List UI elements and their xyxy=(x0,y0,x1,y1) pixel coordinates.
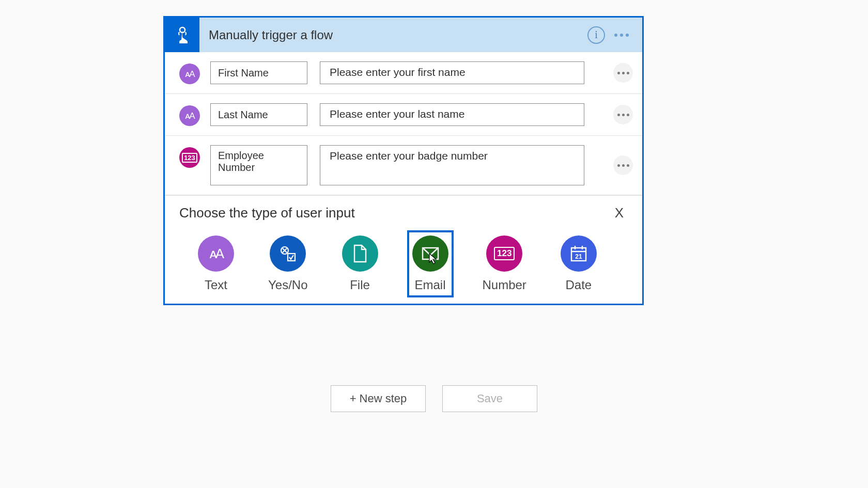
input-description-field[interactable]: Please enter your badge number xyxy=(320,145,584,185)
input-row-menu[interactable] xyxy=(613,63,633,83)
input-type-label: File xyxy=(350,278,370,292)
svg-rect-4 xyxy=(288,254,295,261)
input-type-label: Date xyxy=(566,278,592,292)
input-type-picker-title: Choose the type of user input xyxy=(179,205,355,221)
save-button[interactable]: Save xyxy=(442,385,537,412)
new-step-button[interactable]: + New step xyxy=(331,385,426,412)
input-row-first-name: ᴀA First Name Please enter your first na… xyxy=(165,52,642,94)
input-type-label: Email xyxy=(414,278,445,292)
input-row-last-name: ᴀA Last Name Please enter your last name xyxy=(165,94,642,136)
number-type-icon: 123 xyxy=(179,147,200,168)
input-type-label: Text xyxy=(205,278,227,292)
info-icon[interactable]: i xyxy=(587,26,605,44)
trigger-menu-button[interactable] xyxy=(614,34,629,37)
file-icon xyxy=(342,235,378,272)
number-icon: 123 xyxy=(486,235,522,272)
input-type-file[interactable]: File xyxy=(339,232,381,295)
input-type-label: Yes/No xyxy=(268,278,308,292)
input-type-options: ᴀA Text Yes/No xyxy=(179,232,628,295)
input-type-number[interactable]: 123 Number xyxy=(479,232,530,295)
input-type-label: Number xyxy=(483,278,526,292)
svg-text:21: 21 xyxy=(575,253,582,260)
input-row-menu[interactable] xyxy=(613,105,633,124)
date-icon: 21 xyxy=(561,235,597,272)
input-description-field[interactable]: Please enter your last name xyxy=(320,103,584,126)
input-row-menu[interactable] xyxy=(613,155,633,175)
input-type-yesno[interactable]: Yes/No xyxy=(265,232,311,295)
text-type-icon: ᴀA xyxy=(179,105,200,126)
input-name-field[interactable]: Employee Number xyxy=(210,145,307,185)
close-icon[interactable]: X xyxy=(611,205,628,221)
input-type-email[interactable]: Email xyxy=(409,232,452,295)
input-type-picker: Choose the type of user input X ᴀA Text xyxy=(165,195,642,304)
input-type-picker-header: Choose the type of user input X xyxy=(179,205,628,221)
input-row-employee-number: 123 Employee Number Please enter your ba… xyxy=(165,136,642,195)
trigger-title: Manually trigger a flow xyxy=(199,28,587,42)
footer-actions: + New step Save xyxy=(0,385,868,412)
input-type-text[interactable]: ᴀA Text xyxy=(195,232,237,295)
yesno-icon xyxy=(270,235,306,272)
cursor-icon xyxy=(429,253,438,264)
input-type-date[interactable]: 21 Date xyxy=(557,232,600,295)
input-name-field[interactable]: Last Name xyxy=(210,103,307,126)
input-description-field[interactable]: Please enter your first name xyxy=(320,61,584,84)
trigger-card: Manually trigger a flow i ᴀA First Name … xyxy=(163,16,644,305)
hand-tap-icon xyxy=(172,25,193,45)
text-icon: ᴀA xyxy=(198,235,234,272)
trigger-header: Manually trigger a flow i xyxy=(165,18,642,52)
manual-trigger-icon xyxy=(165,18,199,52)
input-name-field[interactable]: First Name xyxy=(210,61,307,84)
text-type-icon: ᴀA xyxy=(179,64,200,84)
email-icon xyxy=(412,235,448,272)
